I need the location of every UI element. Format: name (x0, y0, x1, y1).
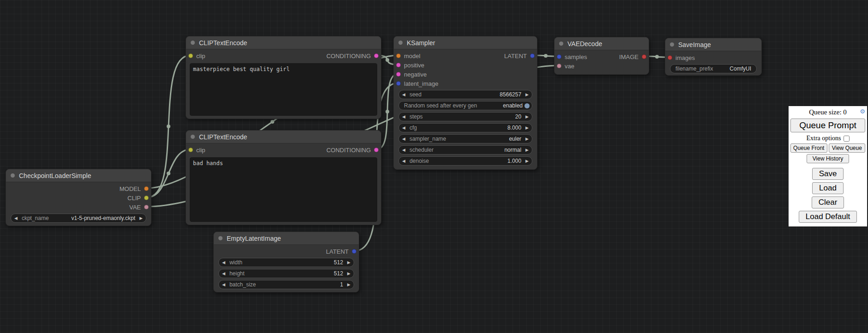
extra-options-checkbox[interactable] (844, 136, 850, 142)
input-slot-positive[interactable]: positive (394, 60, 424, 70)
latent-port-icon[interactable] (557, 54, 561, 59)
conditioning-port-icon[interactable] (396, 72, 401, 77)
vae-port-icon[interactable] (557, 64, 561, 68)
decrement-arrow-icon[interactable]: ◀ (402, 93, 405, 97)
widget-batch-size[interactable]: ◀ batch_size 1 ▶ (218, 280, 354, 289)
output-slot-clip[interactable]: CLIP (127, 193, 151, 202)
decrement-arrow-icon[interactable]: ◀ (222, 261, 225, 265)
widget-steps[interactable]: ◀ steps 20 ▶ (398, 112, 532, 121)
node-title-bar[interactable]: CLIPTextEncode (186, 36, 381, 49)
clip-port-icon[interactable] (188, 54, 193, 58)
input-slot-negative[interactable]: negative (394, 70, 427, 79)
output-slot-conditioning[interactable]: CONDITIONING (326, 51, 381, 60)
combo-prev-arrow-icon[interactable]: ◀ (402, 137, 405, 141)
widget-width[interactable]: ◀ width 512 ▶ (218, 258, 354, 267)
node-collapse-dot-icon[interactable] (670, 42, 674, 47)
input-slot-images[interactable]: images (665, 53, 695, 62)
output-slot-conditioning[interactable]: CONDITIONING (326, 145, 381, 155)
combo-prev-arrow-icon[interactable]: ◀ (14, 216, 18, 220)
node-clip-text-encode-negative[interactable]: CLIPTextEncode clip CONDITIONING bad han… (186, 130, 381, 225)
latent-port-icon[interactable] (396, 81, 401, 86)
settings-gear-icon[interactable]: ⚙ (860, 108, 865, 115)
clear-button[interactable]: Clear (812, 196, 844, 208)
node-collapse-dot-icon[interactable] (191, 41, 195, 45)
increment-arrow-icon[interactable]: ▶ (525, 115, 529, 119)
widget-sampler-name[interactable]: ◀ sampler_name euler ▶ (398, 134, 532, 143)
input-slot-vae[interactable]: vae (555, 61, 574, 71)
model-port-icon[interactable] (396, 54, 401, 58)
output-slot-latent[interactable]: LATENT (504, 51, 537, 60)
image-port-icon[interactable] (668, 55, 672, 60)
load-default-button[interactable]: Load Default (799, 211, 857, 223)
conditioning-port-icon[interactable] (374, 54, 379, 58)
input-slot-latent-image[interactable]: latent_image (394, 79, 438, 88)
decrement-arrow-icon[interactable]: ◀ (402, 126, 405, 130)
conditioning-port-icon[interactable] (374, 148, 379, 152)
combo-next-arrow-icon[interactable]: ▶ (139, 216, 143, 220)
widget-scheduler[interactable]: ◀ scheduler normal ▶ (398, 145, 532, 155)
combo-next-arrow-icon[interactable]: ▶ (525, 137, 529, 141)
increment-arrow-icon[interactable]: ▶ (347, 283, 350, 287)
input-slot-clip[interactable]: clip (186, 51, 205, 60)
node-title-bar[interactable]: VAEDecode (555, 37, 649, 50)
queue-prompt-button[interactable]: Queue Prompt (790, 119, 865, 132)
widget-ckpt-name[interactable]: ◀ ckpt_name v1-5-pruned-emaonly.ckpt ▶ (11, 214, 146, 223)
output-slot-model[interactable]: MODEL (120, 184, 151, 193)
output-slot-image[interactable]: IMAGE (619, 52, 649, 61)
input-slot-clip[interactable]: clip (186, 145, 205, 155)
widget-height[interactable]: ◀ height 512 ▶ (218, 269, 354, 278)
decrement-arrow-icon[interactable]: ◀ (402, 115, 405, 119)
node-clip-text-encode-positive[interactable]: CLIPTextEncode clip CONDITIONING masterp… (186, 36, 381, 119)
latent-port-icon[interactable] (352, 249, 356, 254)
node-collapse-dot-icon[interactable] (398, 41, 403, 45)
wire-clip-to-positive-encode[interactable] (147, 55, 190, 197)
conditioning-port-icon[interactable] (396, 63, 401, 67)
clip-port-icon[interactable] (188, 148, 193, 152)
widget-seed[interactable]: ◀ seed 8566257 ▶ (398, 90, 532, 99)
input-slot-model[interactable]: model (394, 51, 420, 60)
increment-arrow-icon[interactable]: ▶ (525, 126, 529, 130)
save-button[interactable]: Save (812, 168, 844, 180)
comfyui-canvas[interactable]: CheckpointLoaderSimple MODEL CLIP VAE ◀ … (0, 0, 868, 333)
prompt-text-input[interactable]: bad hands (190, 157, 377, 222)
widget-random-seed-toggle[interactable]: Random seed after every gen enabled (398, 101, 532, 110)
input-slot-samples[interactable]: samples (555, 52, 587, 61)
node-collapse-dot-icon[interactable] (218, 236, 223, 240)
widget-denoise[interactable]: ◀ denoise 1.000 ▶ (398, 156, 532, 166)
wire-clip-to-negative-encode[interactable] (147, 149, 190, 197)
node-title-bar[interactable]: EmptyLatentImage (214, 232, 359, 245)
view-history-button[interactable]: View History (807, 154, 849, 163)
widget-filename-prefix[interactable]: filename_prefix ComfyUI (670, 64, 757, 73)
increment-arrow-icon[interactable]: ▶ (525, 93, 529, 97)
increment-arrow-icon[interactable]: ▶ (347, 272, 350, 276)
decrement-arrow-icon[interactable]: ◀ (222, 283, 225, 287)
node-title-bar[interactable]: SaveImage (665, 38, 761, 51)
node-save-image[interactable]: SaveImage images filename_prefix ComfyUI (665, 38, 762, 76)
decrement-arrow-icon[interactable]: ◀ (402, 159, 405, 163)
clip-port-icon[interactable] (144, 196, 149, 200)
node-collapse-dot-icon[interactable] (11, 173, 15, 178)
increment-arrow-icon[interactable]: ▶ (525, 159, 529, 163)
node-empty-latent-image[interactable]: EmptyLatentImage LATENT ◀ width 512 ▶ ◀ … (213, 232, 359, 292)
node-title-bar[interactable]: CLIPTextEncode (186, 131, 381, 143)
prompt-text-input[interactable]: masterpiece best quality girl (190, 63, 377, 116)
combo-next-arrow-icon[interactable]: ▶ (525, 148, 529, 152)
node-collapse-dot-icon[interactable] (559, 42, 563, 46)
output-slot-vae[interactable]: VAE (129, 202, 151, 212)
toggle-on-icon[interactable] (524, 103, 530, 108)
node-title-bar[interactable]: KSampler (394, 36, 537, 49)
widget-cfg[interactable]: ◀ cfg 8.000 ▶ (398, 123, 532, 132)
view-queue-button[interactable]: View Queue (829, 143, 866, 153)
combo-prev-arrow-icon[interactable]: ◀ (402, 148, 405, 152)
node-title-bar[interactable]: CheckpointLoaderSimple (6, 169, 151, 182)
node-collapse-dot-icon[interactable] (191, 135, 195, 139)
queue-front-button[interactable]: Queue Front (790, 143, 827, 153)
vae-port-icon[interactable] (144, 205, 149, 209)
latent-port-icon[interactable] (530, 54, 535, 58)
model-port-icon[interactable] (144, 186, 149, 191)
decrement-arrow-icon[interactable]: ◀ (222, 272, 225, 276)
image-port-icon[interactable] (642, 54, 646, 59)
node-ksampler[interactable]: KSampler model LATENT positive negative (393, 36, 537, 170)
node-vae-decode[interactable]: VAEDecode samples IMAGE vae (554, 37, 649, 75)
node-checkpoint-loader[interactable]: CheckpointLoaderSimple MODEL CLIP VAE ◀ … (6, 169, 151, 226)
